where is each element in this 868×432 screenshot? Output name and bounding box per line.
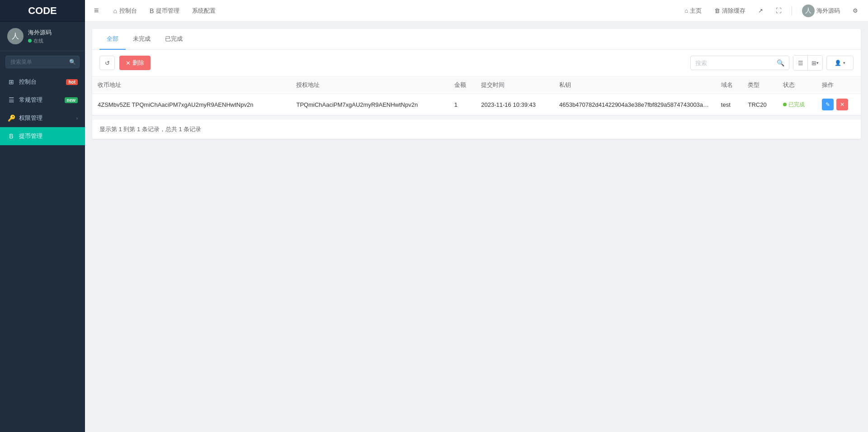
nav-item-sysconfig[interactable]: 系统配置 — [187, 4, 221, 18]
cell-auth-address: TPQmiChAaciPM7xgAU2myR9AENHwtNpv2n — [291, 94, 448, 115]
refresh-icon: ↺ — [105, 60, 110, 66]
user-status: 在线 — [28, 38, 52, 44]
data-table: 收币地址 授权地址 金额 提交时间 私钥 域名 类型 状态 操作 4ZS — [92, 76, 861, 115]
dashboard-icon: ⊞ — [7, 78, 15, 85]
main-content: ≡ ⌂ 控制台 B 提币管理 系统配置 ⌂ 主页 🗑 清除缓存 — [85, 0, 868, 432]
tab-incomplete[interactable]: 未完成 — [126, 29, 158, 50]
column-settings-button[interactable]: 👤 ▾ — [826, 56, 854, 70]
table-wrapper: 收币地址 授权地址 金额 提交时间 私钥 域名 类型 状态 操作 4ZS — [92, 76, 861, 120]
home-icon: ⌂ — [684, 7, 688, 14]
status-label: 在线 — [33, 38, 43, 44]
permission-icon: 🔑 — [7, 114, 15, 122]
cell-address: 4ZSMbv5ZE TPQmiChAaciPM7xgAU2myR9AENHwtN… — [92, 94, 291, 115]
sidebar-item-label: 常规管理 — [19, 96, 65, 104]
list-view-button[interactable]: ☰ — [793, 56, 808, 70]
pagination-info: 显示第 1 到第 1 条记录，总共 1 条记录 — [99, 126, 201, 133]
nav-item-label: 控制台 — [119, 7, 137, 15]
search-icon: 🔍 — [777, 59, 784, 66]
topbar: ≡ ⌂ 控制台 B 提币管理 系统配置 ⌂ 主页 🗑 清除缓存 — [85, 0, 868, 22]
sidebar-item-permission[interactable]: 🔑 权限管理 › — [0, 109, 85, 127]
hot-badge: hot — [66, 79, 78, 85]
delete-icon: ✕ — [126, 60, 131, 66]
action-buttons: ✎ ✕ — [822, 99, 855, 110]
toolbar: ↺ ✕ 删除 🔍 ☰ — [92, 50, 861, 76]
clear-cache-label: 清除缓存 — [722, 7, 745, 15]
topbar-clear-cache-button[interactable]: 🗑 清除缓存 — [712, 5, 748, 17]
tab-complete[interactable]: 已完成 — [158, 29, 190, 50]
new-badge: new — [65, 97, 78, 103]
sidebar: CODE 人 海外源码 在线 🔍 ⊞ 控制台 hot ☰ 常规管理 new 🔑 … — [0, 0, 85, 432]
cell-type: TRC20 — [742, 94, 778, 115]
menu-toggle-button[interactable]: ≡ — [92, 4, 101, 17]
topbar-nav: ⌂ 控制台 B 提币管理 系统配置 — [108, 4, 682, 18]
delete-row-button[interactable]: ✕ — [836, 99, 848, 110]
horizontal-scrollbar[interactable] — [92, 115, 861, 120]
status-dot — [783, 103, 787, 106]
edit-button[interactable]: ✎ — [822, 99, 834, 110]
nav-item-withdraw[interactable]: B 提币管理 — [144, 4, 185, 18]
sidebar-menu: ⊞ 控制台 hot ☰ 常规管理 new 🔑 权限管理 › B 提币管理 — [0, 73, 85, 432]
main-card: 全部 未完成 已完成 ↺ ✕ 删除 🔍 — [92, 29, 861, 139]
topbar-fullscreen-button[interactable]: ⛶ — [773, 5, 784, 16]
search-input[interactable] — [691, 60, 772, 66]
col-private-key: 私钥 — [554, 76, 716, 94]
col-domain: 域名 — [716, 76, 743, 94]
cell-amount: 1 — [449, 94, 476, 115]
table-header-row: 收币地址 授权地址 金额 提交时间 私钥 域名 类型 状态 操作 — [92, 76, 861, 94]
sidebar-item-withdraw[interactable]: B 提币管理 — [0, 127, 85, 145]
table-footer: 显示第 1 到第 1 条记录，总共 1 条记录 — [92, 120, 861, 139]
topbar-export-button[interactable]: ↗ — [755, 5, 766, 16]
col-submit-time: 提交时间 — [476, 76, 554, 94]
sidebar-item-dashboard[interactable]: ⊞ 控制台 hot — [0, 73, 85, 91]
nav-item-label: 提币管理 — [156, 7, 179, 15]
status-badge: 已完成 — [783, 101, 805, 109]
sidebar-item-general[interactable]: ☰ 常规管理 new — [0, 91, 85, 109]
tabs-bar: 全部 未完成 已完成 — [92, 29, 861, 50]
app-logo: CODE — [0, 0, 85, 22]
withdraw-icon: B — [7, 133, 15, 140]
status-text: 已完成 — [788, 101, 805, 109]
chevron-down-icon: ▾ — [816, 61, 819, 65]
refresh-button[interactable]: ↺ — [99, 56, 115, 70]
gear-icon: ⚙ — [853, 7, 858, 14]
page-body: 全部 未完成 已完成 ↺ ✕ 删除 🔍 — [85, 22, 868, 432]
sidebar-item-label: 权限管理 — [19, 114, 76, 122]
delete-button[interactable]: ✕ 删除 — [119, 56, 151, 70]
search-box: 🔍 — [690, 56, 789, 70]
chevron-down-icon: ▾ — [843, 61, 845, 65]
topbar-home-button[interactable]: ⌂ 主页 — [682, 5, 704, 17]
topbar-right: ⌂ 主页 🗑 清除缓存 ↗ ⛶ 人 海外源码 ⚙ — [682, 3, 861, 19]
cell-status: 已完成 — [778, 94, 816, 115]
withdraw-nav-icon: B — [150, 7, 154, 14]
user-info: 海外源码 在线 — [28, 28, 52, 44]
tab-all[interactable]: 全部 — [99, 29, 126, 50]
divider — [792, 6, 792, 15]
username: 海外源码 — [28, 28, 52, 37]
grid-icon: ⊞ — [811, 60, 816, 66]
col-address: 收币地址 — [92, 76, 291, 94]
topbar-user-menu[interactable]: 人 海外源码 — [799, 3, 843, 19]
cell-domain: test — [716, 94, 743, 115]
avatar: 人 — [7, 28, 24, 44]
app-title: CODE — [28, 5, 57, 17]
chevron-icon: › — [76, 116, 78, 121]
nav-item-label: 系统配置 — [192, 7, 216, 15]
topbar-username: 海外源码 — [816, 7, 840, 15]
status-dot — [28, 39, 32, 43]
search-icon: 🔍 — [69, 59, 76, 65]
col-amount: 金额 — [449, 76, 476, 94]
search-input[interactable] — [5, 56, 80, 68]
delete-label: 删除 — [132, 59, 144, 67]
col-action: 操作 — [816, 76, 861, 94]
sidebar-item-label: 提币管理 — [19, 132, 78, 140]
list-icon: ☰ — [798, 60, 803, 66]
search-button[interactable]: 🔍 — [772, 59, 789, 66]
grid-view-button[interactable]: ⊞ ▾ — [808, 56, 822, 70]
col-auth-address: 授权地址 — [291, 76, 448, 94]
general-icon: ☰ — [7, 96, 15, 104]
cell-action: ✎ ✕ — [816, 94, 861, 115]
topbar-settings-button[interactable]: ⚙ — [850, 5, 861, 16]
export-icon: ↗ — [758, 7, 763, 14]
sidebar-item-label: 控制台 — [19, 78, 66, 86]
nav-item-dashboard[interactable]: ⌂ 控制台 — [108, 4, 142, 18]
